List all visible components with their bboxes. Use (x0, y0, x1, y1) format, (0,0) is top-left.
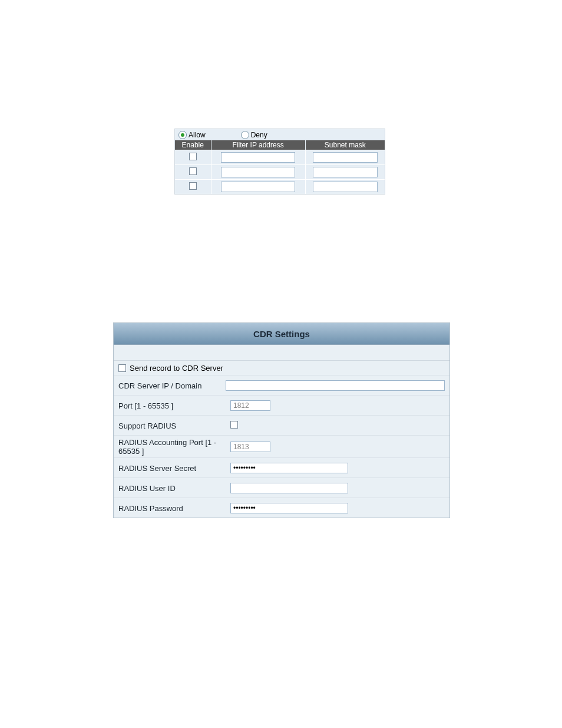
filter-ip-input[interactable] (221, 182, 295, 192)
enable-checkbox[interactable] (189, 182, 197, 190)
subnet-mask-input[interactable] (313, 167, 378, 177)
send-to-cdr-row: Send record to CDR Server (114, 361, 449, 375)
radius-secret-label: RADIUS Server Secret (118, 464, 230, 473)
ip-filter-radio-row: Allow Deny (175, 129, 385, 140)
col-ip-header: Filter IP address (211, 140, 305, 150)
radio-allow[interactable]: Allow (178, 131, 206, 139)
bullet-list-1 (71, 218, 82, 232)
radius-password-input[interactable] (230, 503, 348, 513)
radio-deny-label: Deny (251, 131, 267, 139)
send-to-cdr-label: Send record to CDR Server (130, 364, 223, 373)
radius-user-label: RADIUS User ID (118, 484, 230, 493)
radius-password-row: RADIUS Password (114, 498, 449, 518)
col-enable-header: Enable (175, 140, 211, 150)
cdr-server-row: CDR Server IP / Domain (114, 375, 449, 396)
radio-deny[interactable]: Deny (241, 131, 267, 139)
filter-ip-input[interactable] (221, 152, 295, 163)
support-radius-label: Support RADIUS (118, 421, 230, 430)
subnet-mask-input[interactable] (313, 152, 378, 163)
support-radius-checkbox[interactable] (230, 421, 238, 429)
spacer (114, 345, 449, 361)
bullet-list-2 (71, 507, 82, 528)
radius-secret-input[interactable] (230, 463, 348, 473)
cdr-server-label: CDR Server IP / Domain (118, 381, 226, 390)
filter-ip-input[interactable] (221, 167, 295, 177)
table-row (175, 180, 385, 195)
ip-filter-table: Enable Filter IP address Subnet mask (175, 140, 385, 194)
cdr-port-row: Port [1 - 65535 ] (114, 396, 449, 416)
cdr-settings-panel: CDR Settings Send record to CDR Server C… (113, 322, 450, 518)
radius-acct-port-label: RADIUS Accounting Port [1 - 65535 ] (118, 438, 230, 456)
cdr-title: CDR Settings (114, 323, 449, 345)
radius-user-input[interactable] (230, 483, 348, 493)
enable-checkbox[interactable] (189, 167, 197, 175)
cdr-port-label: Port [1 - 65535 ] (118, 401, 230, 410)
radius-acct-port-row: RADIUS Accounting Port [1 - 65535 ] (114, 436, 449, 458)
cdr-server-input[interactable] (226, 380, 445, 391)
cdr-port-input[interactable] (230, 400, 270, 411)
radio-icon (241, 131, 249, 139)
radius-user-row: RADIUS User ID (114, 478, 449, 498)
support-radius-row: Support RADIUS (114, 416, 449, 436)
radius-password-label: RADIUS Password (118, 504, 230, 513)
send-to-cdr-checkbox[interactable] (118, 364, 126, 372)
col-mask-header: Subnet mask (305, 140, 385, 150)
table-row (175, 150, 385, 165)
table-row (175, 165, 385, 180)
ip-filter-panel: Allow Deny Enable Filter IP address Subn… (174, 129, 385, 195)
radio-allow-label: Allow (189, 131, 206, 139)
subnet-mask-input[interactable] (313, 182, 378, 192)
enable-checkbox[interactable] (189, 153, 197, 160)
radius-acct-port-input[interactable] (230, 442, 270, 452)
radio-icon (178, 131, 187, 139)
radius-secret-row: RADIUS Server Secret (114, 458, 449, 478)
